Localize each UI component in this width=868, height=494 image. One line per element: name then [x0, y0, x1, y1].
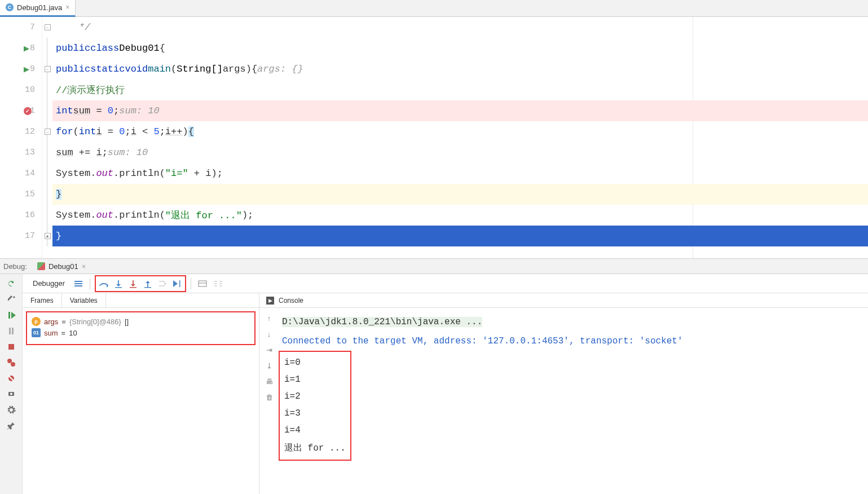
fold-icon[interactable]: ▲	[45, 233, 51, 239]
step-out-button[interactable]	[141, 277, 155, 290]
evaluate-expression-button[interactable]	[196, 277, 209, 290]
file-tab[interactable]: C Debug01.java ×	[0, 0, 76, 17]
console-tab-label[interactable]: Console	[279, 297, 303, 305]
svg-rect-9	[179, 280, 180, 287]
tab-filename: Debug01.java	[17, 3, 62, 12]
line-number: 14	[25, 169, 35, 178]
debug-config-name: Debug01	[49, 262, 78, 271]
console-connected-msg: Connected to the target VM, address: '12…	[279, 332, 868, 351]
variables-tab[interactable]: Variables	[62, 293, 106, 308]
debug-main: Debugger Frames	[23, 274, 868, 494]
get-thread-dump-button[interactable]	[5, 388, 17, 400]
threads-button[interactable]	[72, 277, 85, 290]
code-line-execution: }	[52, 226, 868, 246]
console-line: i=3	[284, 405, 346, 422]
trace-current-stream-button[interactable]	[212, 277, 225, 290]
code-line: public class Debug01 {	[52, 38, 868, 59]
frames-tab[interactable]: Frames	[23, 293, 62, 308]
fold-icon[interactable]: –	[45, 24, 51, 30]
rerun-button[interactable]	[5, 277, 17, 290]
code-area[interactable]: */ public class Debug01 { public static …	[52, 17, 868, 258]
close-icon[interactable]: ×	[82, 262, 86, 271]
mute-breakpoints-button[interactable]	[5, 372, 17, 385]
line-number: 8	[30, 43, 35, 53]
run-gutter-icon[interactable]: ▶	[24, 44, 29, 52]
modify-run-config-button[interactable]	[5, 293, 17, 306]
soft-wrap-button[interactable]: ⇥	[263, 344, 275, 355]
code-line: sum += i; sum: 10	[52, 142, 868, 163]
code-line: System.out.println("退出 for ...");	[52, 205, 868, 226]
svg-point-5	[10, 393, 12, 395]
view-breakpoints-button[interactable]	[5, 356, 17, 369]
pause-button[interactable]	[5, 325, 17, 337]
code-line: }	[52, 184, 868, 205]
debug-title: Debug:	[3, 262, 27, 271]
fold-icon[interactable]: –	[45, 129, 51, 135]
editor-tab-bar: C Debug01.java ×	[0, 0, 868, 17]
console-header: ▶ Console	[259, 293, 868, 308]
svg-rect-0	[8, 344, 14, 350]
pin-button[interactable]	[5, 420, 17, 432]
svg-rect-10	[199, 281, 206, 286]
breakpoint-icon[interactable]	[24, 107, 32, 115]
console-line: i=2	[284, 388, 346, 405]
param-badge-icon: p	[32, 317, 41, 326]
scroll-to-end-button[interactable]: ⤓	[263, 360, 275, 371]
code-editor[interactable]: 7 ▶8 ▶9 10 11 12 13 14 15 16 17 – – – ▲	[0, 17, 868, 258]
stop-button[interactable]	[5, 341, 17, 353]
java-class-icon: C	[6, 3, 14, 11]
variables-header: Frames Variables	[23, 293, 259, 308]
resume-button[interactable]	[5, 309, 17, 321]
svg-point-1	[7, 359, 12, 363]
console-line: 退出 for ...	[284, 439, 346, 457]
debug-config-tab[interactable]: Debug01 ×	[37, 262, 86, 271]
code-line: System.out.println("i=" + i);	[52, 163, 868, 184]
run-gutter-icon[interactable]: ▶	[24, 65, 29, 73]
close-icon[interactable]: ×	[65, 3, 69, 11]
print-button[interactable]: 🖶	[263, 376, 275, 387]
code-line: public static void main(String[] args) {…	[52, 59, 868, 80]
clear-all-button[interactable]: 🗑	[263, 391, 275, 403]
debug-side-toolbar	[0, 274, 23, 494]
console-line: i=0	[284, 354, 346, 371]
line-number: 12	[25, 127, 35, 136]
svg-rect-8	[144, 287, 151, 288]
settings-button[interactable]	[5, 404, 17, 416]
console-output-highlight: i=0 i=1 i=2 i=3 i=4 退出 for ...	[279, 351, 351, 461]
svg-rect-7	[130, 287, 136, 288]
variables-highlight-box: p args = {String[0]@486} [] 01 sum = 10	[26, 311, 255, 345]
console-output[interactable]: D:\Java\jdk1.8.0_221\bin\java.exe ... Co…	[279, 308, 868, 494]
line-number: 7	[30, 23, 35, 32]
fold-icon[interactable]: –	[45, 66, 51, 72]
separator	[90, 278, 90, 289]
line-number: 15	[25, 189, 35, 199]
console-line: i=4	[284, 422, 346, 439]
app-config-icon	[37, 262, 45, 270]
debug-panel: Debugger Frames	[0, 274, 868, 494]
step-over-button[interactable]	[97, 277, 111, 290]
console-line: i=1	[284, 371, 346, 388]
svg-point-2	[11, 362, 15, 367]
code-line: //演示逐行执行	[52, 80, 868, 100]
console-side-toolbar: ↑ ↓ ⇥ ⤓ 🖶 🗑	[259, 308, 279, 494]
up-stack-button[interactable]: ↑	[263, 312, 275, 324]
console-panel: ▶ Console ↑ ↓ ⇥ ⤓ 🖶 🗑 D:\Ja	[259, 293, 868, 494]
gutter: 7 ▶8 ▶9 10 11 12 13 14 15 16 17	[0, 17, 42, 258]
run-to-cursor-button[interactable]	[170, 277, 184, 290]
line-number: 10	[25, 85, 35, 95]
down-stack-button[interactable]: ↓	[263, 328, 275, 339]
variables-panel: Frames Variables p args = {String[0]@486…	[23, 293, 259, 494]
variable-row[interactable]: 01 sum = 10	[32, 327, 250, 338]
variable-row[interactable]: p args = {String[0]@486} []	[32, 316, 250, 327]
debug-toolbar: Debugger	[23, 274, 868, 293]
debug-content: Frames Variables p args = {String[0]@486…	[23, 293, 868, 494]
code-line: for (int i = 0; i < 5; i++) {	[52, 121, 868, 142]
separator	[191, 278, 191, 289]
line-number: 13	[25, 148, 35, 157]
console-icon: ▶	[266, 297, 274, 305]
step-buttons-highlight	[95, 275, 186, 292]
drop-frame-button[interactable]	[156, 277, 169, 290]
force-step-into-button[interactable]	[126, 277, 140, 290]
step-into-button[interactable]	[112, 277, 125, 290]
debugger-tab[interactable]: Debugger	[28, 277, 69, 290]
